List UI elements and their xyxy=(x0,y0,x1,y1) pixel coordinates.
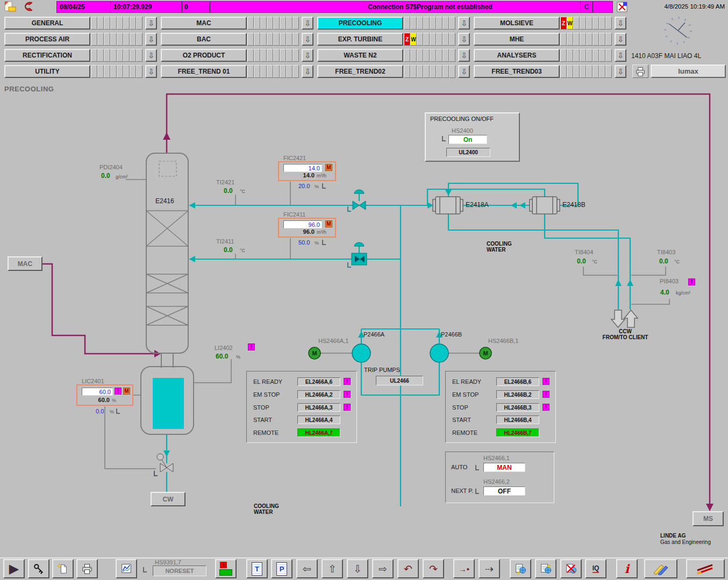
nav-trend-arrow[interactable]: ⇩ xyxy=(145,17,157,30)
nav-button-precooling[interactable]: PRECOOLING xyxy=(317,17,403,30)
nav-cell[interactable] xyxy=(286,33,292,46)
nav-cell[interactable] xyxy=(593,17,599,30)
nav-down-button[interactable]: ⇩ xyxy=(347,559,368,578)
alarm-ack-icon[interactable] xyxy=(616,1,628,13)
hx-e2418a[interactable] xyxy=(433,197,463,214)
nav-cell[interactable] xyxy=(97,17,104,30)
nav-cell[interactable] xyxy=(567,33,573,46)
nav-cell[interactable] xyxy=(260,65,267,78)
hs2400-state-field[interactable]: On xyxy=(448,135,487,144)
nav-cell[interactable] xyxy=(136,17,142,30)
nav-cell[interactable] xyxy=(593,33,599,46)
nav-cell[interactable] xyxy=(247,49,254,62)
nav-cell[interactable] xyxy=(593,49,599,62)
nav-cell[interactable] xyxy=(430,33,436,46)
nav-cell[interactable] xyxy=(586,33,593,46)
nav-cell[interactable] xyxy=(267,17,273,30)
nav-cell[interactable] xyxy=(417,49,423,62)
nav-cell[interactable] xyxy=(254,17,260,30)
nav-cell[interactable] xyxy=(91,49,97,62)
nav-trend-arrow[interactable]: ⇩ xyxy=(302,33,313,46)
nav-forward-button[interactable]: ⇨ xyxy=(372,559,394,578)
nav-cell[interactable] xyxy=(410,17,417,30)
step-forward-button[interactable]: →• xyxy=(453,559,475,578)
info-button[interactable]: i xyxy=(616,559,638,578)
report-import-button[interactable] xyxy=(535,559,556,578)
nav-cell[interactable] xyxy=(560,49,567,62)
nav-cell[interactable] xyxy=(117,17,123,30)
report-p-button[interactable]: P xyxy=(271,559,292,578)
nav-cell[interactable] xyxy=(91,17,97,30)
nav-cell[interactable] xyxy=(404,65,410,78)
nav-cell[interactable] xyxy=(260,33,267,46)
nav-cell[interactable] xyxy=(254,33,260,46)
nav-trend-arrow[interactable]: ⇩ xyxy=(145,33,157,46)
nav-cell[interactable] xyxy=(117,33,123,46)
redo-button[interactable]: ↷ xyxy=(423,559,444,578)
nav-cell[interactable] xyxy=(573,65,580,78)
nav-trend-arrow[interactable]: ⇩ xyxy=(302,49,313,62)
nav-cell[interactable] xyxy=(104,65,110,78)
nav-cell[interactable] xyxy=(123,17,130,30)
nav-trend-arrow[interactable]: ⇩ xyxy=(145,49,157,62)
nav-cell[interactable] xyxy=(423,17,430,30)
red-annotate-button[interactable] xyxy=(686,559,725,578)
nav-button-waste-n2[interactable]: WASTE N2 xyxy=(317,49,403,62)
nav-cell[interactable] xyxy=(449,33,455,46)
nav-cell[interactable] xyxy=(404,49,410,62)
nav-cell[interactable] xyxy=(586,49,593,62)
app-icon-page[interactable] xyxy=(3,1,17,12)
nav-cell[interactable] xyxy=(560,33,567,46)
report-export-button[interactable] xyxy=(510,559,531,578)
nav-cell[interactable] xyxy=(442,33,449,46)
nav-cell[interactable] xyxy=(247,33,254,46)
nav-back-button[interactable]: ⇦ xyxy=(296,559,318,578)
nav-cell[interactable] xyxy=(442,49,449,62)
nav-cell[interactable] xyxy=(273,65,280,78)
nav-cell[interactable] xyxy=(436,49,442,62)
ms-page-link[interactable]: MS xyxy=(693,511,724,526)
nav-trend-arrow[interactable]: ⇩ xyxy=(302,17,313,30)
lic2401-controller[interactable]: LIC2401 60.0 ! M 60.0 % 0.0 % xyxy=(76,378,135,417)
nav-cell[interactable] xyxy=(430,49,436,62)
nav-cell[interactable] xyxy=(605,49,612,62)
nav-cell[interactable] xyxy=(260,17,267,30)
nav-cell[interactable] xyxy=(423,65,430,78)
nav-cell[interactable] xyxy=(117,49,123,62)
nav-cell[interactable] xyxy=(123,33,130,46)
nav-cell[interactable] xyxy=(273,17,280,30)
nav-cell[interactable] xyxy=(442,17,449,30)
cw-page-link[interactable]: CW xyxy=(151,492,185,506)
header-print-button[interactable] xyxy=(632,65,648,78)
nav-cell[interactable] xyxy=(567,49,573,62)
pump-p2466a[interactable] xyxy=(352,344,370,362)
nav-cell[interactable] xyxy=(573,49,580,62)
next-pump-field[interactable]: OFF xyxy=(483,486,525,496)
nav-trend-arrow[interactable]: ⇩ xyxy=(615,49,626,62)
nav-cell[interactable] xyxy=(280,17,286,30)
nav-button-free-trend-01[interactable]: FREE_TREND 01 xyxy=(161,65,247,78)
ul2466-interlock-field[interactable]: UL2466 xyxy=(376,376,423,385)
nav-cell[interactable] xyxy=(123,49,130,62)
valve-fic2411[interactable] xyxy=(352,242,367,265)
iq-tools-button[interactable]: IQ xyxy=(585,559,606,578)
nav-cell[interactable] xyxy=(292,17,299,30)
nav-cell[interactable] xyxy=(599,17,605,30)
nav-trend-arrow[interactable]: ⇩ xyxy=(615,17,626,30)
nav-cell[interactable] xyxy=(417,33,423,46)
nav-trend-arrow[interactable]: ⇩ xyxy=(458,65,470,78)
nav-cell[interactable] xyxy=(410,49,417,62)
nav-cell[interactable] xyxy=(567,65,573,78)
nav-cell[interactable] xyxy=(286,17,292,30)
hx-e2418b[interactable] xyxy=(530,197,560,214)
nav-cell[interactable] xyxy=(580,33,586,46)
nav-cell[interactable] xyxy=(123,65,130,78)
fic2411-controller[interactable]: FIC2411 96.0 M 96.0 m³/h 50.0 % xyxy=(278,211,338,248)
nav-cell[interactable] xyxy=(130,49,136,62)
nav-cell[interactable] xyxy=(110,65,117,78)
nav-button-utility[interactable]: UTILITY xyxy=(4,65,90,78)
nav-up-button[interactable]: ⇧ xyxy=(322,559,343,578)
nav-cell[interactable] xyxy=(267,65,273,78)
nav-cell[interactable] xyxy=(560,65,567,78)
nav-cell[interactable] xyxy=(97,49,104,62)
